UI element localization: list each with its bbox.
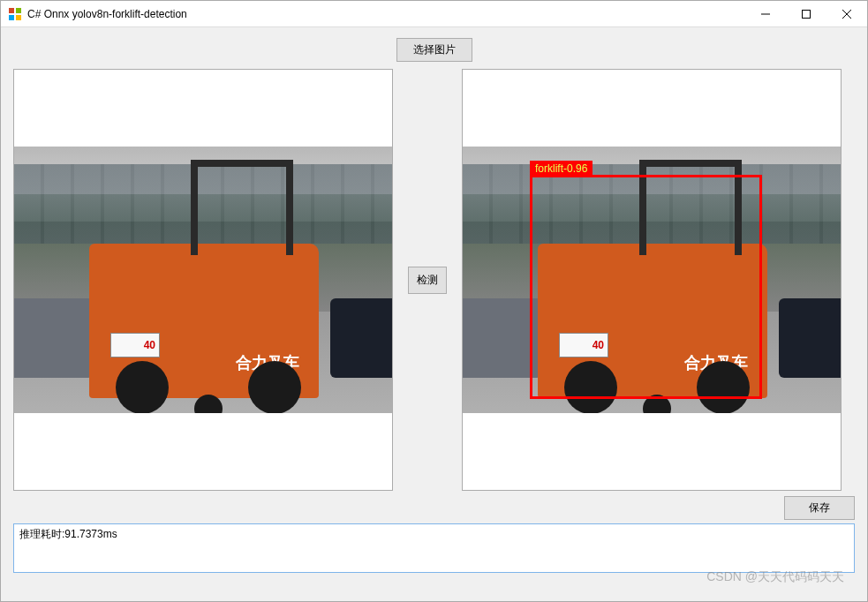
forklift-model-badge: 40: [110, 333, 160, 357]
window-controls: [745, 1, 867, 26]
log-output[interactable]: 推理耗时:91.7373ms: [13, 523, 855, 573]
app-icon: [8, 7, 22, 21]
detect-column: 检测: [402, 267, 453, 294]
svg-rect-2: [9, 15, 14, 20]
minimize-button[interactable]: [745, 1, 786, 27]
log-line: 推理耗时:91.7373ms: [19, 527, 849, 542]
svg-rect-1: [16, 8, 21, 13]
svg-rect-5: [803, 11, 811, 19]
output-image: 40 合力叉车 forklift-0.96: [463, 147, 841, 413]
svg-rect-0: [9, 8, 14, 13]
output-image-panel: 40 合力叉车 forklift-0.96: [462, 69, 842, 491]
maximize-button[interactable]: [786, 1, 826, 27]
detection-bbox: forklift-0.96: [530, 175, 762, 399]
background-car-right: [779, 298, 841, 378]
background-car-right: [330, 298, 392, 378]
input-image-panel: 40 合力叉车: [13, 69, 393, 491]
close-button[interactable]: [826, 1, 867, 27]
window-title: C# Onnx yolov8n-forklift-detection: [27, 8, 745, 20]
forklift-brand-text: 合力叉车: [236, 352, 299, 373]
forklift-graphic: 40 合力叉车: [89, 244, 319, 398]
svg-rect-3: [16, 15, 21, 20]
top-button-row: 选择图片: [13, 38, 855, 62]
main-row: 40 合力叉车 检测 40 合力叉车: [13, 69, 855, 491]
select-image-button[interactable]: 选择图片: [396, 38, 472, 62]
titlebar[interactable]: C# Onnx yolov8n-forklift-detection: [1, 1, 867, 27]
client-area: 选择图片 40 合力叉车 检测: [1, 27, 867, 601]
app-window: C# Onnx yolov8n-forklift-detection 选择图片: [0, 0, 868, 602]
save-row: 保存: [13, 496, 855, 520]
detection-label: forklift-0.96: [530, 161, 593, 177]
background-car-left: [14, 298, 94, 378]
detect-button[interactable]: 检测: [408, 267, 447, 294]
input-image: 40 合力叉车: [14, 147, 392, 413]
save-button[interactable]: 保存: [784, 496, 855, 520]
